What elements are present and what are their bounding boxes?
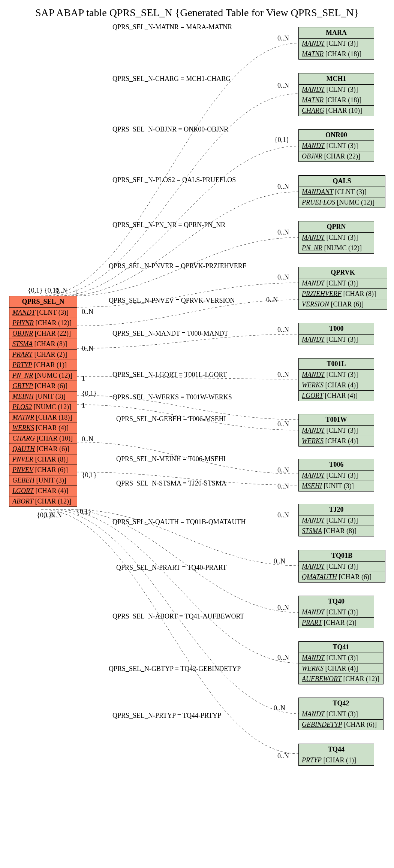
entity-field: MATNR [CHAR (18)] — [299, 49, 374, 59]
relation-label: QPRS_SEL_N-WERKS = T001W-WERKS — [112, 393, 232, 401]
relation-label: QPRS_SEL_N-MEINH = T006-MSEHI — [116, 455, 226, 463]
entity-header: MARA — [299, 27, 374, 39]
cardinality-right: 0..N — [277, 483, 289, 490]
entity-qprn: QPRNMANDT [CLNT (3)]PN_NR [NUMC (12)] — [298, 221, 374, 254]
entity-header: QPRN — [299, 221, 374, 233]
entity-t001w: T001WMANDT [CLNT (3)]WERKS [CHAR (4)] — [298, 414, 374, 447]
entity-field: STSMA [CHAR (8)] — [299, 526, 374, 536]
cardinality-left: 0..N — [82, 435, 93, 443]
cardinality-right: 0..N — [277, 752, 289, 760]
relation-label: QPRS_SEL_N-PRTYP = TQ44-PRTYP — [112, 712, 221, 720]
entity-header: MCH1 — [299, 73, 374, 85]
entity-field: MANDT [CLNT (3)] — [299, 335, 374, 345]
cardinality-right: 0..N — [266, 296, 278, 304]
cardinality-left: 0..N — [55, 287, 67, 294]
entity-field: ABORT [CHAR (12)] — [9, 496, 77, 506]
entity-qprs_sel_n: QPRS_SEL_NMANDT [CLNT (3)]PHYNR [CHAR (1… — [9, 296, 77, 507]
cardinality-left: {0,1} — [37, 511, 52, 519]
relation-label: QPRS_SEL_N-PLOS2 = QALS-PRUEFLOS — [112, 176, 236, 184]
relation-label: QPRS_SEL_N-LGORT = T001L-LGORT — [112, 371, 227, 379]
cardinality-left: 1 — [82, 375, 85, 382]
entity-tj20: TJ20MANDT [CLNT (3)]STSMA [CHAR (8)] — [298, 504, 374, 536]
entity-mara: MARAMANDT [CLNT (3)]MATNR [CHAR (18)] — [298, 27, 374, 60]
entity-qals: QALSMANDANT [CLNT (3)]PRUEFLOS [NUMC (12… — [298, 175, 385, 208]
cardinality-left: {0,1} — [28, 287, 43, 294]
entity-tq44: TQ44PRTYP [CHAR (1)] — [298, 744, 374, 766]
entity-field: PRZIEHVERF [CHAR (8)] — [299, 289, 387, 299]
cardinality-left: 0..N — [82, 308, 93, 316]
entity-header: TQ44 — [299, 744, 374, 755]
entity-field: PRTYP [CHAR (1)] — [9, 360, 77, 371]
entity-field: LGORT [CHAR (4)] — [299, 391, 374, 401]
entity-field: MANDT [CLNT (3)] — [299, 515, 374, 526]
cardinality-left: {0,1} — [82, 471, 97, 479]
cardinality-right: 0..N — [274, 557, 285, 565]
cardinality-right: 0..N — [277, 511, 289, 519]
cardinality-right: 0..N — [277, 466, 289, 474]
entity-field: MANDT [CLNT (3)] — [9, 308, 77, 318]
entity-header: QPRVK — [299, 267, 387, 278]
cardinality-right: {0,1} — [274, 136, 289, 144]
entity-t001l: T001LMANDT [CLNT (3)]WERKS [CHAR (4)]LGO… — [298, 358, 374, 401]
entity-field: MANDT [CLNT (3)] — [299, 426, 374, 436]
cardinality-right: 0..N — [277, 34, 289, 42]
cardinality-right: 0..N — [277, 371, 289, 379]
entity-tq01b: TQ01BMANDT [CLNT (3)]QMATAUTH [CHAR (6)] — [298, 550, 385, 583]
entity-field: MANDT [CLNT (3)] — [299, 39, 374, 49]
entity-field: WERKS [CHAR (4)] — [299, 436, 374, 446]
entity-field: PNVER [CHAR (8)] — [9, 454, 77, 465]
entity-field: LGORT [CHAR (4)] — [9, 486, 77, 496]
relation-label: QPRS_SEL_N-PNVEV = QPRVK-VERSION — [109, 297, 235, 305]
relation-label: QPRS_SEL_N-STSMA = TJ20-STSMA — [116, 480, 226, 487]
entity-tq40: TQ40MANDT [CLNT (3)]PRART [CHAR (2)] — [298, 596, 374, 628]
entity-field: MANDANT [CLNT (3)] — [299, 187, 385, 197]
entity-field: QAUTH [CHAR (6)] — [9, 444, 77, 454]
entity-field: PN_NR [NUMC (12)] — [9, 371, 77, 381]
entity-field: OBJNR [CHAR (22)] — [299, 151, 374, 161]
cardinality-left: {0,1} — [82, 390, 97, 397]
entity-header: TJ20 — [299, 504, 374, 515]
entity-header: TQ41 — [299, 642, 383, 653]
diagram-title: SAP ABAP table QPRS_SEL_N {Generated Tab… — [0, 7, 394, 19]
entity-field: GEBINDETYP [CHAR (6)] — [299, 720, 383, 730]
entity-field: PN_NR [NUMC (12)] — [299, 243, 374, 253]
entity-field: MANDT [CLNT (3)] — [299, 278, 387, 289]
cardinality-right: 0..N — [277, 183, 289, 191]
entity-field: WERKS [CHAR (4)] — [299, 380, 374, 391]
entity-header: T001L — [299, 359, 374, 370]
cardinality-right: 0..N — [277, 273, 289, 281]
relation-label: QPRS_SEL_N-ABORT = TQ41-AUFBEWORT — [112, 613, 244, 620]
entity-field: MANDT [CLNT (3)] — [299, 370, 374, 380]
entity-t006: T006MANDT [CLNT (3)]MSEHI [UNIT (3)] — [298, 459, 374, 492]
entity-mch1: MCH1MANDT [CLNT (3)]MATNR [CHAR (18)]CHA… — [298, 73, 374, 116]
cardinality-left: 1 — [74, 288, 78, 296]
cardinality-right: 0..N — [277, 420, 289, 428]
entity-header: TQ01B — [299, 550, 385, 562]
entity-header: QALS — [299, 176, 385, 187]
entity-header: TQ40 — [299, 596, 374, 607]
cardinality-left: {0,1} — [76, 508, 91, 515]
relation-label: QPRS_SEL_N-GEBEH = T006-MSEHI — [116, 415, 226, 423]
entity-t000: T000MANDT [CLNT (3)] — [298, 323, 374, 345]
entity-field: MANDT [CLNT (3)] — [299, 85, 374, 95]
cardinality-right: 0..N — [277, 604, 289, 612]
entity-field: CHARG [CHAR (10)] — [299, 106, 374, 116]
entity-field: PNVEV [CHAR (6)] — [9, 465, 77, 475]
cardinality-right: 0..N — [274, 704, 285, 712]
entity-field: MATNR [CHAR (18)] — [9, 412, 77, 423]
entity-qprvk: QPRVKMANDT [CLNT (3)]PRZIEHVERF [CHAR (8… — [298, 267, 387, 310]
entity-field: MANDT [CLNT (3)] — [299, 607, 374, 618]
entity-field: PLOS2 [NUMC (12)] — [9, 402, 77, 412]
cardinality-right: 0..N — [277, 654, 289, 662]
entity-header: QPRS_SEL_N — [9, 296, 77, 308]
entity-field: MANDT [CLNT (3)] — [299, 709, 383, 720]
entity-field: MANDT [CLNT (3)] — [299, 141, 374, 151]
relation-label: QPRS_SEL_N-PRART = TQ40-PRART — [116, 564, 226, 572]
relation-label: QPRS_SEL_N-PN_NR = QPRN-PN_NR — [112, 221, 225, 229]
entity-field: MATNR [CHAR (18)] — [299, 95, 374, 106]
entity-field: OBJNR [CHAR (22)] — [9, 329, 77, 339]
entity-header: T000 — [299, 323, 374, 335]
entity-field: MANDT [CLNT (3)] — [299, 653, 383, 663]
entity-field: PHYNR [CHAR (12)] — [9, 318, 77, 329]
entity-field: PRART [CHAR (2)] — [9, 350, 77, 360]
